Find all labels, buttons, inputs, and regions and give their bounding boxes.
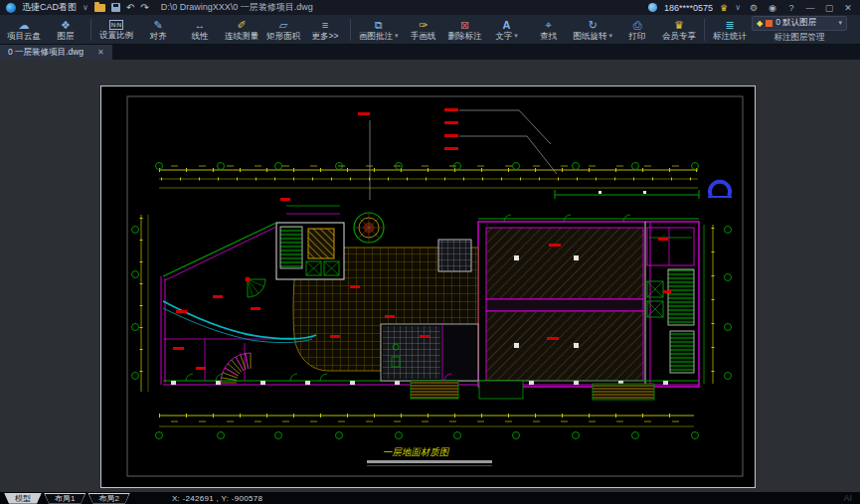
toolbar-item-dim-stats[interactable]: ≣ 标注统计 [710,16,750,44]
layer-bulb-icon: ◆ [757,19,763,28]
account-number[interactable]: 186****0575 [664,3,713,13]
linear-dim-icon: ↔ [195,19,206,31]
stats-icon: ≣ [725,19,734,31]
toolbar-item-text[interactable]: A 文字▾ [487,16,527,44]
vip-crown-icon: ♛ [674,19,684,31]
north-symbol [708,182,732,197]
toolbar-separator [704,19,705,41]
document-tab-label: 0 一层装修项目.dwg [8,47,84,59]
avatar[interactable] [648,3,657,12]
tab-layout1-label: 布局1 [45,494,85,504]
tab-close-icon[interactable]: ✕ [97,48,104,57]
floor-plan-drawing: 一层地面材质图 [101,86,755,487]
layer-dropdown[interactable]: ◆ 0 默认图层 ▾ [752,16,847,31]
tab-model-label: 模型 [5,494,41,504]
toolbar-item-set-scale[interactable]: N:N 设置比例 [96,16,136,44]
toolbar-item-more[interactable]: ≡ 更多>> [305,16,345,44]
toolbar-label: 查找 [540,31,557,41]
toolbar-label: 对齐 [150,31,167,41]
toolbar: ☁ 项目云盘 ❖ 图层 N:N 设置比例 ✎ 对齐 ↔ 线性 ✐ 连续测量 ▱ … [0,15,860,45]
toolbar-item-vip[interactable]: ♛ 会员专享 [659,16,699,44]
more-icon: ≡ [322,19,328,31]
toolbar-item-layers[interactable]: ❖ 图层 [46,16,86,44]
toolbar-label: 图层 [58,31,75,41]
tab-layout2[interactable]: 布局2 [87,493,129,504]
layer-manager: ◆ 0 默认图层 ▾ 标注图层管理 [752,16,847,44]
app-menu-chevron-icon[interactable]: ∨ [83,3,88,12]
tab-layout1[interactable]: 布局1 [44,493,86,504]
statusbar: 模型 布局1 布局2 X: -242691 , Y: -900578 AI [0,492,860,504]
print-icon: ⎙ [633,19,642,31]
toolbar-item-linear-dim[interactable]: ↔ 线性 [180,16,220,44]
toolbar-item-project-cloud[interactable]: ☁ 项目云盘 [4,16,44,44]
caret-down-icon: ▾ [514,31,518,41]
close-button[interactable]: ✕ [842,3,854,13]
annotate-icon: ⧉ [375,19,383,31]
toolbar-item-print[interactable]: ⎙ 打印 [617,16,657,44]
leader-lines [370,110,557,200]
toolbar-label: 设置比例 [99,30,133,40]
title-underline-2 [367,465,492,466]
toolbar-label: 文字 [495,31,512,41]
cloud-icon: ☁ [19,19,30,31]
delete-dim-icon: ⊠ [460,19,469,31]
toolbar-item-align[interactable]: ✎ 对齐 [138,16,178,44]
toolbar-item-freehand[interactable]: ✑ 手画线 [404,16,443,44]
layers-icon: ❖ [61,19,71,31]
caret-down-icon: ▾ [609,31,613,41]
account-circle-icon[interactable]: ◉ [767,3,778,13]
toolbar-label: 画图批注 [359,31,393,41]
drawing-title-block: 一层地面材质图 [367,446,492,466]
save-icon[interactable] [111,3,120,12]
help-icon[interactable]: ? [785,3,797,13]
toolbar-label: 手画线 [411,31,436,41]
toolbar-label: 图纸旋转 [574,31,607,41]
toolbar-separator [90,19,91,41]
measure-pencil-icon: ✐ [237,19,246,31]
caret-down-icon: ▾ [395,31,399,41]
toolbar-item-find[interactable]: ⌖ 查找 [529,16,569,44]
toolbar-item-rotate-drawing[interactable]: ↻ 图纸旋转▾ [571,16,616,44]
toolbar-separator [350,19,351,41]
maximize-button[interactable]: ▢ [823,3,835,13]
align-icon: ✎ [153,19,162,31]
tab-layout2-label: 布局2 [88,494,128,504]
minimize-button[interactable]: — [804,3,816,13]
toolbar-label: 打印 [629,31,646,41]
title-underline [367,460,492,463]
toolbar-label: 标注统计 [713,31,747,41]
ai-assistant-button[interactable]: AI [843,493,852,503]
undo-icon[interactable]: ↶ [126,3,134,13]
toolbar-item-rect-area[interactable]: ▱ 矩形面积 [263,16,303,44]
toolbar-item-delete-dim[interactable]: ⊠ 删除标注 [445,16,485,44]
layer-dropdown-value: 0 默认图层 [775,17,816,29]
open-file-icon[interactable] [94,4,105,12]
layer-caption: 标注图层管理 [774,32,825,44]
caret-down-icon: ▾ [839,19,843,27]
toolbar-label: 删除标注 [448,31,482,41]
find-icon: ⌖ [545,19,551,31]
toolbar-item-continuous-measure[interactable]: ✐ 连续测量 [222,16,261,44]
app-logo-icon [6,3,16,13]
cursor-coordinates: X: -242691 , Y: -900578 [172,494,262,503]
text-icon: A [503,19,511,31]
scale-icon: N:N [109,20,123,30]
app-name: 迅捷CAD看图 [22,1,77,14]
layer-color-swatch [766,20,773,27]
rect-area-icon: ▱ [279,19,287,31]
toolbar-label: 线性 [192,31,209,41]
titlebar-right: 186****0575 ♛ ∨ ⚙ ◉ ? — ▢ ✕ [648,3,854,13]
paper-sheet[interactable]: 一层地面材质图 [100,85,756,488]
account-chevron-icon[interactable]: ∨ [735,3,741,12]
drawing-canvas[interactable]: 一层地面材质图 [0,60,860,492]
tab-model[interactable]: 模型 [4,493,42,504]
toolbar-label: 矩形面积 [266,31,300,41]
redo-icon[interactable]: ↷ [140,3,148,13]
titlebar: 迅捷CAD看图 ∨ ↶ ↷ D:\0 DrawingXXX\0 一层装修项目.d… [0,0,860,15]
settings-gear-icon[interactable]: ⚙ [748,3,760,13]
toolbar-label: 更多>> [312,31,339,41]
toolbar-item-draw-annotate[interactable]: ⧉ 画图批注▾ [356,16,402,44]
freehand-icon: ✑ [419,19,428,31]
document-tab[interactable]: 0 一层装修项目.dwg ✕ [0,45,112,60]
vip-crown-icon: ♛ [720,3,728,13]
